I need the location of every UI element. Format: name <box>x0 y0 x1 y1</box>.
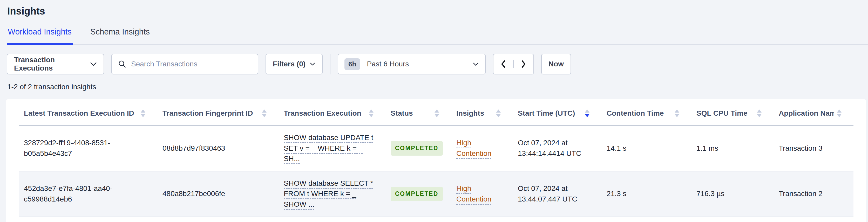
cell-insights: High Contention <box>451 171 513 217</box>
cell-sql-cpu-time: 716.3 µs <box>691 171 774 217</box>
column-header-contention-time[interactable]: Contention Time <box>601 99 691 126</box>
cell-start-time: Oct 07, 2024 at 13:44:07.447 UTC <box>513 171 601 217</box>
tab-schema-insights[interactable]: Schema Insights <box>89 27 151 45</box>
insight-link[interactable]: High Contention <box>456 183 500 204</box>
sort-icon-active-desc[interactable] <box>585 109 589 117</box>
page-title: Insights <box>7 6 868 17</box>
tab-workload-insights[interactable]: Workload Insights <box>7 27 73 45</box>
column-header-transaction-execution[interactable]: Transaction Execution <box>279 99 385 126</box>
chevron-right-icon <box>521 60 526 68</box>
column-header-insights[interactable]: Insights <box>451 99 513 126</box>
column-header-sql-cpu-time[interactable]: SQL CPU Time <box>691 99 774 126</box>
table-row: 328729d2-ff19-4408-8531-b05a5b4e43c7 08d… <box>19 126 854 171</box>
search-input[interactable] <box>131 60 251 68</box>
cell-status: COMPLETED <box>385 126 451 171</box>
chevron-down-icon <box>90 62 97 66</box>
cell-status: COMPLETED <box>385 171 451 217</box>
chevron-down-icon <box>310 62 315 66</box>
table-header-row: Latest Transaction Execution ID Transact… <box>19 99 854 126</box>
tabs-bar: Workload Insights Schema Insights <box>7 27 868 45</box>
sort-icon[interactable] <box>262 109 267 117</box>
cell-execution-id: 452da3e7-e7fa-4801-aa40-c59988d14eb6 <box>19 171 157 217</box>
controls-divider <box>330 54 331 74</box>
workload-type-dropdown-label: Transaction Executions <box>14 56 90 72</box>
cell-sql-cpu-time: 1.1 ms <box>691 126 774 171</box>
table-row: 452da3e7-e7fa-4801-aa40-c59988d14eb6 480… <box>19 171 854 217</box>
filters-button[interactable]: Filters (0) <box>266 54 323 74</box>
sort-icon[interactable] <box>496 109 501 117</box>
sort-icon[interactable] <box>435 109 439 117</box>
column-header-latest-transaction-execution-id[interactable]: Latest Transaction Execution ID <box>19 99 157 126</box>
insight-link[interactable]: High Contention <box>456 138 500 159</box>
column-header-application-name[interactable]: Application Name <box>774 99 854 126</box>
sort-icon[interactable] <box>369 109 374 117</box>
cell-fingerprint-id: 08d8b7d97f830463 <box>157 126 279 171</box>
chevron-down-icon <box>473 62 479 66</box>
column-header-transaction-fingerprint-id[interactable]: Transaction Fingerprint ID <box>157 99 279 126</box>
cell-transaction-execution: SHOW database SELECT * FROM t WHERE k = … <box>279 171 385 217</box>
now-button-label: Now <box>549 60 564 68</box>
workload-type-dropdown[interactable]: Transaction Executions <box>7 54 104 74</box>
time-range-label: Past 6 Hours <box>367 60 409 68</box>
now-button[interactable]: Now <box>541 54 571 74</box>
cell-execution-id: 328729d2-ff19-4408-8531-b05a5b4e43c7 <box>19 126 157 171</box>
insights-table-card: Latest Transaction Execution ID Transact… <box>6 99 866 222</box>
cell-application-name: Transaction 3 <box>774 126 854 171</box>
time-range-badge: 6h <box>344 58 360 70</box>
time-range-picker[interactable]: 6h Past 6 Hours <box>338 54 486 74</box>
previous-time-button[interactable] <box>493 60 514 68</box>
filters-button-label: Filters (0) <box>273 60 306 68</box>
sort-icon[interactable] <box>675 109 679 117</box>
cell-contention-time: 14.1 s <box>601 126 691 171</box>
cell-start-time: Oct 07, 2024 at 13:44:14.4414 UTC <box>513 126 601 171</box>
insights-table: Latest Transaction Execution ID Transact… <box>19 99 854 217</box>
column-header-status[interactable]: Status <box>385 99 451 126</box>
chevron-left-icon <box>501 60 506 68</box>
search-icon <box>118 60 126 68</box>
cell-fingerprint-id: 480a8b217be006fe <box>157 171 279 217</box>
cell-insights: High Contention <box>451 126 513 171</box>
sort-icon[interactable] <box>837 109 841 117</box>
transaction-execution-link[interactable]: SHOW database SELECT * FROM t WHERE k = … <box>284 178 373 210</box>
time-pager <box>493 54 534 74</box>
status-badge: COMPLETED <box>391 187 443 201</box>
cell-contention-time: 21.3 s <box>601 171 691 217</box>
next-time-button[interactable] <box>514 60 533 68</box>
results-count: 1-2 of 2 transaction insights <box>7 83 868 91</box>
sort-icon[interactable] <box>757 109 762 117</box>
column-header-start-time[interactable]: Start Time (UTC) <box>513 99 601 126</box>
search-box[interactable] <box>111 54 258 74</box>
cell-transaction-execution: SHOW database UPDATE t SET v = _ WHERE k… <box>279 126 385 171</box>
transaction-execution-link[interactable]: SHOW database UPDATE t SET v = _ WHERE k… <box>284 132 373 164</box>
controls-row: Transaction Executions Filters (0) 6h Pa… <box>7 54 861 74</box>
cell-application-name: Transaction 2 <box>774 171 854 217</box>
sort-icon[interactable] <box>141 109 145 117</box>
status-badge: COMPLETED <box>391 141 443 155</box>
